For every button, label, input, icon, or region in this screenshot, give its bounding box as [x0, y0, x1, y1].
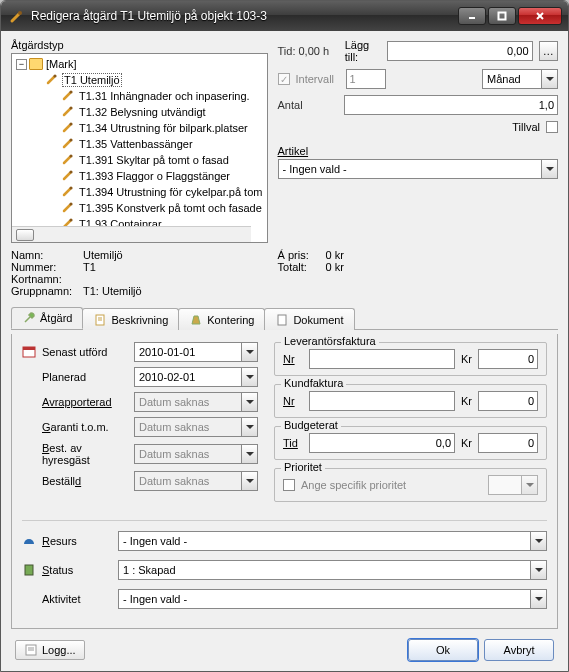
intervall-label: Intervall	[296, 73, 340, 85]
best-hyresgast-input[interactable]: Datum saknas	[134, 444, 258, 464]
svg-point-5	[53, 74, 56, 77]
cancel-button[interactable]: Avbryt	[484, 639, 554, 661]
lagg-till-input[interactable]	[387, 41, 533, 61]
titlebar[interactable]: Redigera åtgärd T1 Utemiljö på objekt 10…	[1, 1, 568, 31]
tillval-label: Tillval	[512, 121, 540, 133]
lev-kr-input[interactable]	[478, 349, 538, 369]
collapse-icon[interactable]: −	[16, 59, 27, 70]
prioritet-checkbox[interactable]	[283, 479, 295, 491]
tab-dokument[interactable]: Dokument	[264, 308, 354, 330]
chevron-down-icon[interactable]	[530, 590, 546, 608]
minimize-button[interactable]	[458, 7, 486, 25]
prioritet-check-label: Ange specifik prioritet	[301, 479, 482, 491]
chevron-down-icon[interactable]	[241, 418, 257, 436]
namn-label: Namn:	[11, 249, 83, 261]
maximize-button[interactable]	[488, 7, 516, 25]
antal-input[interactable]	[344, 95, 558, 115]
tree-item-selected[interactable]: T1 Utemiljö	[62, 73, 122, 87]
brush-icon	[46, 73, 60, 87]
wrench-icon	[22, 311, 36, 325]
tree-item[interactable]: T1.393 Flaggor o Flaggstänger	[78, 170, 231, 182]
chevron-down-icon[interactable]	[541, 160, 557, 178]
lagg-till-more-button[interactable]: …	[539, 41, 558, 61]
senast-utford-input[interactable]: 2010-01-01	[134, 342, 258, 362]
kund-nr-input[interactable]	[309, 391, 455, 411]
details-panel: Namn:Utemiljö Nummer:T1 Kortnamn: Gruppn…	[11, 249, 268, 297]
nr-label: Nr	[283, 395, 303, 407]
svg-point-12	[69, 186, 72, 189]
dialog-window: Redigera åtgärd T1 Utemiljö på objekt 10…	[0, 0, 569, 672]
svg-rect-19	[278, 315, 286, 325]
kundfaktura-group: Kundfaktura NrKr	[274, 384, 547, 418]
status-combo[interactable]: 1 : Skapad	[118, 560, 547, 580]
ok-button[interactable]: Ok	[408, 639, 478, 661]
tree-item[interactable]: T1.391 Skyltar på tomt o fasad	[78, 154, 230, 166]
artikel-label: Artikel	[278, 145, 309, 157]
prioritet-legend: Prioritet	[281, 461, 325, 473]
svg-point-7	[69, 106, 72, 109]
intervall-input[interactable]	[346, 69, 386, 89]
avrapporterad-input[interactable]: Datum saknas	[134, 392, 258, 412]
svg-rect-2	[499, 13, 506, 20]
tab-beskrivning[interactable]: Beskrivning	[82, 308, 179, 330]
tree-root[interactable]: [Mark]	[45, 58, 78, 70]
tab-bar: Åtgärd Beskrivning Kontering Dokument	[11, 307, 558, 330]
tree-item[interactable]: T1.31 Inhängnader och inpasering.	[78, 90, 251, 102]
tab-kontering[interactable]: Kontering	[178, 308, 265, 330]
budget-tid-input[interactable]	[309, 433, 455, 453]
lev-nr-input[interactable]	[309, 349, 455, 369]
tab-atgard[interactable]: Åtgärd	[11, 307, 83, 329]
brush-icon	[62, 153, 76, 167]
intervall-unit-combo[interactable]: Månad	[482, 69, 558, 89]
log-icon	[24, 643, 38, 657]
budget-kr-input[interactable]	[478, 433, 538, 453]
garanti-input[interactable]: Datum saknas	[134, 417, 258, 437]
chevron-down-icon[interactable]	[541, 70, 557, 88]
lagg-till-label: Lägg till:	[345, 39, 381, 63]
window-title: Redigera åtgärd T1 Utemiljö på objekt 10…	[31, 9, 458, 23]
bestalld-input[interactable]: Datum saknas	[134, 471, 258, 491]
kr-label: Kr	[461, 353, 472, 365]
tree-item[interactable]: T1.34 Utrustning för bilpark.platser	[78, 122, 249, 134]
kund-kr-input[interactable]	[478, 391, 538, 411]
tree-label: Åtgärdstyp	[11, 39, 268, 51]
chevron-down-icon[interactable]	[530, 532, 546, 550]
artikel-combo[interactable]: - Ingen vald -	[278, 159, 558, 179]
app-icon	[9, 8, 25, 24]
action-type-tree[interactable]: −[Mark] T1 Utemiljö T1.31 Inhängnader oc…	[11, 53, 268, 243]
intervall-checkbox	[278, 73, 290, 85]
brush-icon	[62, 137, 76, 151]
status-icon	[22, 563, 36, 577]
money-bag-icon	[189, 313, 203, 327]
tree-item[interactable]: T1.35 Vattenbassänger	[78, 138, 194, 150]
svg-point-0	[18, 11, 22, 15]
totalt-value: 0 kr	[326, 261, 344, 273]
horizontal-scrollbar[interactable]	[12, 226, 251, 242]
svg-point-6	[69, 90, 72, 93]
nr-label: Nr	[283, 353, 303, 365]
chevron-down-icon[interactable]	[241, 343, 257, 361]
tree-item[interactable]: T1.32 Belysning utvändigt	[78, 106, 207, 118]
logg-button[interactable]: Logg...	[15, 640, 85, 660]
planerad-label: Planerad	[42, 371, 128, 383]
chevron-down-icon[interactable]	[241, 445, 257, 463]
chevron-down-icon[interactable]	[530, 561, 546, 579]
close-button[interactable]	[518, 7, 562, 25]
gruppnamn-label: Gruppnamn:	[11, 285, 83, 297]
brush-icon	[62, 169, 76, 183]
svg-point-9	[69, 138, 72, 141]
planerad-input[interactable]: 2010-02-01	[134, 367, 258, 387]
chevron-down-icon[interactable]	[241, 472, 257, 490]
tree-item[interactable]: T1.394 Utrustning för cykelpar.på tom	[78, 186, 263, 198]
aktivitet-combo[interactable]: - Ingen vald -	[118, 589, 547, 609]
chevron-down-icon[interactable]	[241, 393, 257, 411]
tree-item[interactable]: T1.395 Konstverk på tomt och fasade	[78, 202, 263, 214]
resurs-combo[interactable]: - Ingen vald -	[118, 531, 547, 551]
folder-icon	[29, 58, 43, 70]
prioritet-combo	[488, 475, 538, 495]
tillval-checkbox[interactable]	[546, 121, 558, 133]
chevron-down-icon[interactable]	[241, 368, 257, 386]
kr-label: Kr	[461, 437, 472, 449]
nummer-label: Nummer:	[11, 261, 83, 273]
lev-legend: Leverantörsfaktura	[281, 335, 379, 347]
